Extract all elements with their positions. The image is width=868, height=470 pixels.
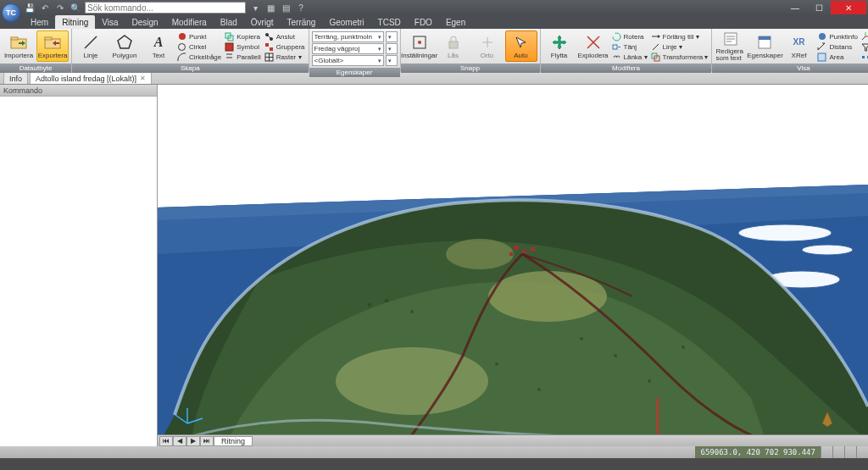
maximize-button[interactable]: ☐: [807, 1, 831, 14]
transformera-button[interactable]: Transformera ▾: [650, 52, 709, 62]
installningar-button[interactable]: Inställningar: [403, 30, 436, 62]
qat-save-icon[interactable]: 💾: [24, 2, 36, 14]
vp-tab-ritning[interactable]: Ritning: [214, 436, 253, 446]
forlang-button[interactable]: Förläng till ▾: [650, 31, 709, 41]
orto-label: Orto: [481, 52, 494, 59]
combo1-value: Terräng, punktmoln: [314, 33, 376, 41]
qat-search-icon: 🔍: [70, 2, 81, 14]
command-panel-body[interactable]: [0, 97, 157, 446]
status-cell-2[interactable]: [832, 446, 844, 458]
flytta-button[interactable]: Flytta: [543, 30, 576, 62]
tab-blad[interactable]: Blad: [214, 15, 244, 29]
svg-point-21: [418, 41, 421, 44]
distans-button[interactable]: Distans: [816, 41, 858, 52]
noder-button[interactable]: Noder: [860, 52, 868, 62]
tab-tcsd[interactable]: TCSD: [371, 15, 408, 29]
vp-tab-first[interactable]: ⏮: [159, 436, 173, 446]
snapp-auto-button[interactable]: Auto: [505, 30, 537, 62]
linje-button[interactable]: Linje: [75, 30, 107, 62]
status-cell-1[interactable]: [821, 446, 832, 458]
svg-rect-15: [265, 43, 269, 47]
raster-button[interactable]: Raster ▾: [264, 52, 306, 62]
tanj-button[interactable]: Tänj: [611, 41, 648, 52]
group-icon: [264, 42, 274, 52]
svg-point-57: [446, 239, 514, 269]
lanka-button[interactable]: Länka ▾: [611, 52, 648, 62]
qat-redo-icon[interactable]: ↷: [54, 2, 66, 14]
ribbon-tabs: Hem Ritning Visa Design Modifiera Blad Ö…: [0, 15, 868, 29]
style-combo-2[interactable]: ▾: [386, 43, 398, 54]
exportera-button[interactable]: Exportera: [36, 30, 69, 62]
tab-hem[interactable]: Hem: [24, 15, 55, 29]
vp-tab-last[interactable]: ⏭: [200, 436, 214, 446]
egenskaper-button[interactable]: Egenskaper: [748, 30, 781, 62]
modifiera-linje-button[interactable]: Linje ▾: [650, 41, 709, 52]
tab-ovrigt[interactable]: Övrigt: [244, 15, 281, 29]
polygon-label: Polygon: [113, 52, 137, 59]
status-cell-3[interactable]: [844, 446, 856, 458]
punktinfo-button[interactable]: Punktinfo: [816, 31, 858, 41]
status-cell-4[interactable]: [856, 446, 868, 458]
orto-button[interactable]: Orto: [471, 30, 504, 62]
link-icon: [612, 53, 621, 62]
vp-tab-next[interactable]: ▶: [186, 436, 200, 446]
layer-combo-2[interactable]: Fredag vägproj▾: [312, 43, 384, 54]
kopiera-button[interactable]: Kopiera: [224, 31, 261, 41]
app-logo-icon[interactable]: TC: [2, 3, 20, 22]
tab-modifiera[interactable]: Modifiera: [165, 15, 214, 29]
parallell-button[interactable]: Parallell: [224, 52, 261, 62]
qat-extra1-icon[interactable]: ▦: [264, 2, 276, 14]
raster-label: Raster ▾: [276, 53, 302, 61]
vp-tab-prev[interactable]: ◀: [173, 436, 186, 446]
cirkelbage-button[interactable]: Cirkelbåge: [176, 52, 222, 62]
explodera-button[interactable]: Explodera: [577, 30, 609, 62]
tab-fdo[interactable]: FDO: [408, 15, 439, 29]
svg-line-4: [85, 36, 97, 48]
qat-extra2-icon[interactable]: ▤: [280, 2, 292, 14]
style-combo-3[interactable]: ▾: [386, 55, 398, 66]
qat-dropdown-icon[interactable]: ▾: [249, 2, 261, 14]
symbol-button[interactable]: Symbol: [224, 41, 261, 52]
svg-point-66: [410, 310, 414, 313]
anslut-button[interactable]: Anslut: [264, 31, 306, 41]
xref-button[interactable]: XR XRef: [782, 30, 815, 62]
tab-egen[interactable]: Egen: [439, 15, 472, 29]
tab-visa[interactable]: Visa: [95, 15, 125, 29]
layer-combo-3[interactable]: <Globalt>▾: [312, 55, 384, 66]
punkt-button[interactable]: Punkt: [176, 31, 222, 41]
command-panel-header: Kommando: [0, 85, 157, 97]
doc-tab-project[interactable]: Adtollo island fredag [(Lokalt)]✕: [30, 72, 152, 84]
redigera-button[interactable]: Redigera som text: [715, 30, 747, 62]
close-tab-icon[interactable]: ✕: [140, 75, 146, 82]
doc-tab-info[interactable]: Info: [3, 72, 28, 84]
ribbon-group-datautbyte: Importera Exportera Datautbyte: [0, 29, 72, 70]
qat-undo-icon[interactable]: ↶: [39, 2, 51, 14]
svg-rect-39: [759, 36, 771, 40]
text-button[interactable]: A Text: [142, 30, 175, 62]
close-button[interactable]: ✕: [831, 1, 866, 14]
tab-design[interactable]: Design: [125, 15, 165, 29]
help-icon[interactable]: ?: [295, 2, 307, 14]
export-folder-icon: [44, 34, 61, 51]
arc-icon: [177, 53, 186, 62]
tab-terrang[interactable]: Terräng: [281, 15, 323, 29]
las-button[interactable]: Lås: [437, 30, 470, 62]
xref-icon: XR: [790, 34, 807, 51]
xyz-button[interactable]: XYZ: [860, 31, 868, 41]
layer-combo-1[interactable]: Terräng, punktmoln▾: [312, 31, 384, 42]
tab-ritning[interactable]: Ritning: [55, 15, 95, 29]
3d-viewport[interactable]: ⏮ ◀ ▶ ⏭ Ritning: [158, 85, 868, 446]
svg-rect-43: [818, 53, 826, 61]
cirkel-button[interactable]: Cirkel: [176, 41, 222, 52]
command-search-input[interactable]: [85, 2, 246, 14]
filter-button[interactable]: Filter: [860, 41, 868, 52]
importera-button[interactable]: Importera: [3, 30, 35, 62]
minimize-button[interactable]: —: [783, 1, 807, 14]
area-button[interactable]: Area: [816, 52, 858, 62]
rotera-button[interactable]: Rotera: [611, 31, 648, 41]
modifiera-linje-label: Linje ▾: [663, 43, 682, 51]
tab-geometri[interactable]: Geometri: [322, 15, 370, 29]
style-combo-1[interactable]: ▾: [386, 31, 398, 42]
polygon-button[interactable]: Polygon: [108, 30, 141, 62]
gruppera-button[interactable]: Gruppera: [264, 41, 306, 52]
